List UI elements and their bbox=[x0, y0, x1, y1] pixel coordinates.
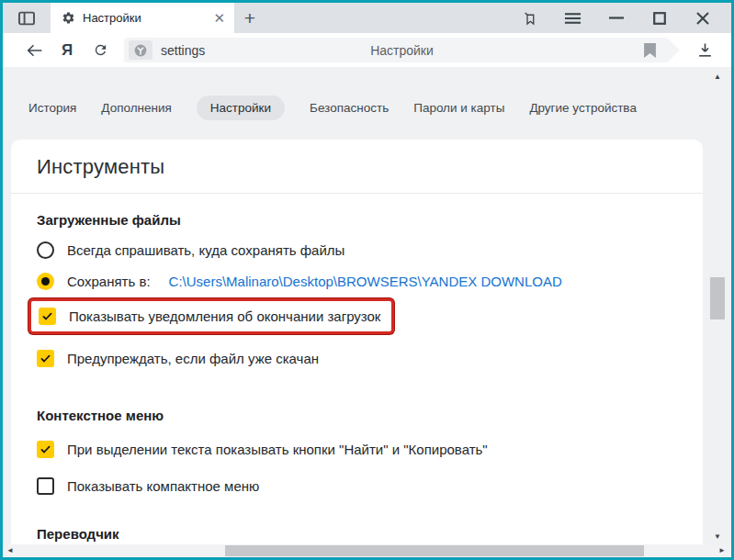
checkbox-label: Показывать уведомления об окончании загр… bbox=[69, 308, 380, 324]
checkbox-row-selection-buttons[interactable]: При выделении текста показывать кнопки "… bbox=[37, 441, 677, 458]
new-tab-icon: + bbox=[244, 7, 255, 29]
tab-close-icon[interactable]: ✕ bbox=[213, 11, 225, 25]
downloads-button[interactable] bbox=[689, 37, 720, 64]
checkbox-label: Показывать компактное меню bbox=[67, 478, 259, 494]
refresh-button[interactable] bbox=[84, 37, 117, 64]
checkbox-row-warn-already-downloaded[interactable]: Предупреждать, если файл уже скачан bbox=[37, 350, 677, 367]
nav-item-passwords[interactable]: Пароли и карты bbox=[413, 95, 504, 120]
tab-strip: Настройки ✕ + bbox=[3, 3, 731, 33]
section-heading-translator: Переводчик bbox=[37, 526, 677, 542]
nav-item-settings[interactable]: Настройки bbox=[197, 95, 285, 120]
checkbox-row-show-notifications[interactable]: Показывать уведомления об окончании загр… bbox=[39, 308, 380, 325]
maximize-icon bbox=[653, 12, 666, 25]
yandex-logo-letter[interactable]: Я bbox=[51, 41, 84, 60]
red-annotation-box: Показывать уведомления об окончании загр… bbox=[28, 298, 394, 334]
divider bbox=[11, 193, 703, 194]
address-page-title: Настройки bbox=[124, 43, 680, 58]
checkbox-row-compact-menu[interactable]: Показывать компактное меню bbox=[37, 477, 677, 495]
vertical-scrollbar[interactable]: ▲ ▼ bbox=[704, 67, 731, 544]
refresh-icon bbox=[93, 42, 108, 58]
checkbox-label: Предупреждать, если файл уже скачан bbox=[67, 351, 319, 366]
checkbox-checked-icon[interactable] bbox=[39, 308, 56, 325]
protect-icon bbox=[133, 43, 148, 58]
radio-row-save-to[interactable]: Сохранять в: C:\Users\Malinaro\Desktop\B… bbox=[37, 273, 677, 290]
back-icon bbox=[26, 43, 43, 58]
collections-button[interactable] bbox=[508, 3, 551, 33]
radio-row-always-ask[interactable]: Всегда спрашивать, куда сохранять файлы bbox=[37, 241, 677, 259]
radio-unchecked-icon[interactable] bbox=[37, 241, 54, 259]
minimize-icon bbox=[609, 17, 624, 19]
bookmark-icon[interactable] bbox=[644, 43, 656, 58]
sidebar-toggle-icon bbox=[17, 11, 36, 26]
radio-label: Сохранять в: bbox=[67, 274, 151, 289]
checkbox-unchecked-icon[interactable] bbox=[37, 477, 54, 495]
window-close-button[interactable] bbox=[681, 3, 724, 33]
maximize-button[interactable] bbox=[638, 3, 681, 33]
settings-page: История Дополнения Настройки Безопасност… bbox=[3, 67, 731, 557]
nav-item-history[interactable]: История bbox=[28, 95, 76, 120]
scroll-right-icon[interactable]: ► bbox=[718, 546, 726, 554]
scroll-down-icon[interactable]: ▼ bbox=[704, 532, 731, 541]
tab-title: Настройки bbox=[83, 11, 206, 25]
checkbox-checked-icon[interactable] bbox=[37, 350, 54, 367]
horizontal-scrollbar-thumb[interactable] bbox=[225, 545, 644, 556]
download-path-link[interactable]: C:\Users\Malinaro\Desktop\BROWSERS\YANDE… bbox=[169, 274, 562, 289]
nav-item-devices[interactable]: Другие устройства bbox=[529, 95, 637, 120]
url-text: settings bbox=[161, 43, 205, 58]
protect-badge[interactable] bbox=[129, 40, 152, 60]
checkbox-label: При выделении текста показывать кнопки "… bbox=[67, 442, 488, 457]
section-heading-downloads: Загруженные файлы bbox=[37, 212, 677, 228]
address-bar[interactable]: settings Настройки bbox=[124, 38, 680, 62]
nav-item-security[interactable]: Безопасность bbox=[310, 95, 389, 120]
tab-settings[interactable]: Настройки ✕ bbox=[51, 3, 234, 33]
minimize-button[interactable] bbox=[594, 3, 638, 33]
checkbox-checked-icon[interactable] bbox=[37, 441, 54, 458]
browser-window: Настройки ✕ + bbox=[0, 0, 734, 560]
sidebar-toggle-button[interactable] bbox=[3, 3, 51, 33]
back-button[interactable] bbox=[17, 37, 51, 64]
address-toolbar: Я settings Настройки bbox=[3, 33, 731, 67]
page-title: Инструменты bbox=[37, 140, 677, 179]
window-close-icon bbox=[696, 12, 709, 25]
settings-card: Инструменты Загруженные файлы Всегда спр… bbox=[11, 140, 703, 544]
radio-checked-icon[interactable] bbox=[37, 273, 54, 290]
horizontal-scrollbar[interactable]: ◄ ► bbox=[3, 544, 731, 557]
download-icon bbox=[696, 41, 714, 59]
menu-icon bbox=[564, 12, 582, 25]
gear-icon bbox=[62, 11, 75, 25]
menu-button[interactable] bbox=[551, 3, 594, 33]
new-tab-button[interactable]: + bbox=[234, 3, 265, 33]
section-heading-context-menu: Контекстное меню bbox=[37, 408, 677, 423]
scroll-up-icon[interactable]: ▲ bbox=[704, 73, 731, 81]
radio-label: Всегда спрашивать, куда сохранять файлы bbox=[67, 242, 344, 258]
settings-nav: История Дополнения Настройки Безопасност… bbox=[28, 95, 637, 120]
nav-item-extensions[interactable]: Дополнения bbox=[101, 95, 171, 120]
vertical-scrollbar-thumb[interactable] bbox=[710, 277, 725, 319]
scroll-left-icon[interactable]: ◄ bbox=[6, 546, 14, 554]
collections-icon bbox=[522, 10, 538, 27]
